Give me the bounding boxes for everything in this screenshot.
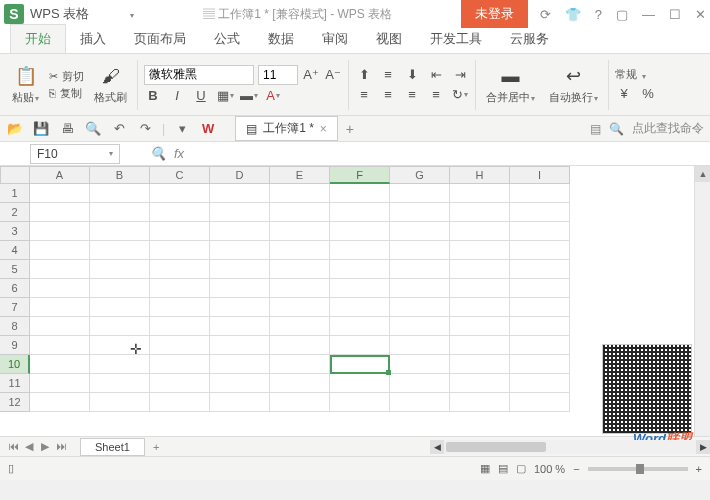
row-header-6[interactable]: 6 xyxy=(0,279,30,298)
redo-icon[interactable]: ↷ xyxy=(136,120,154,138)
tab-review[interactable]: 审阅 xyxy=(308,25,362,53)
cell-E2[interactable] xyxy=(270,203,330,222)
paste-button[interactable]: 📋 粘贴 xyxy=(8,62,43,107)
cell-C9[interactable] xyxy=(150,336,210,355)
col-header-C[interactable]: C xyxy=(150,166,210,184)
sheet-last-icon[interactable]: ⏭ xyxy=(54,440,68,453)
decrease-font-icon[interactable]: A⁻ xyxy=(324,66,342,84)
cell-D6[interactable] xyxy=(210,279,270,298)
cell-A1[interactable] xyxy=(30,184,90,203)
tab-start[interactable]: 开始 xyxy=(10,24,66,53)
cell-B2[interactable] xyxy=(90,203,150,222)
cell-C7[interactable] xyxy=(150,298,210,317)
cell-E12[interactable] xyxy=(270,393,330,412)
cell-G9[interactable] xyxy=(390,336,450,355)
number-format-select[interactable]: 常规 xyxy=(615,67,637,82)
cell-G4[interactable] xyxy=(390,241,450,260)
cell-F10[interactable] xyxy=(330,355,390,374)
cell-G12[interactable] xyxy=(390,393,450,412)
select-all-corner[interactable] xyxy=(0,166,30,184)
cell-D10[interactable] xyxy=(210,355,270,374)
cell-E1[interactable] xyxy=(270,184,330,203)
cell-B9[interactable] xyxy=(90,336,150,355)
cell-G7[interactable] xyxy=(390,298,450,317)
col-header-G[interactable]: G xyxy=(390,166,450,184)
row-header-8[interactable]: 8 xyxy=(0,317,30,336)
cell-I2[interactable] xyxy=(510,203,570,222)
col-header-E[interactable]: E xyxy=(270,166,330,184)
cell-E8[interactable] xyxy=(270,317,330,336)
cell-D1[interactable] xyxy=(210,184,270,203)
wps-logo-icon[interactable]: W xyxy=(199,120,217,138)
cell-C5[interactable] xyxy=(150,260,210,279)
undo-icon[interactable]: ↶ xyxy=(110,120,128,138)
cell-G11[interactable] xyxy=(390,374,450,393)
cell-A5[interactable] xyxy=(30,260,90,279)
cell-B7[interactable] xyxy=(90,298,150,317)
cell-F7[interactable] xyxy=(330,298,390,317)
bold-button[interactable]: B xyxy=(144,87,162,105)
sheet-next-icon[interactable]: ▶ xyxy=(38,440,52,453)
row-header-7[interactable]: 7 xyxy=(0,298,30,317)
cell-A10[interactable] xyxy=(30,355,90,374)
cell-I12[interactable] xyxy=(510,393,570,412)
tab-data[interactable]: 数据 xyxy=(254,25,308,53)
cell-F3[interactable] xyxy=(330,222,390,241)
cell-B5[interactable] xyxy=(90,260,150,279)
cell-I4[interactable] xyxy=(510,241,570,260)
cells-area[interactable] xyxy=(30,184,570,412)
justify-icon[interactable]: ≡ xyxy=(427,86,445,104)
col-header-D[interactable]: D xyxy=(210,166,270,184)
cell-H8[interactable] xyxy=(450,317,510,336)
print-icon[interactable]: 🖶 xyxy=(58,120,76,138)
cell-C6[interactable] xyxy=(150,279,210,298)
horizontal-scrollbar[interactable]: ◀ ▶ xyxy=(430,440,710,454)
cell-G1[interactable] xyxy=(390,184,450,203)
login-button[interactable]: 未登录 xyxy=(461,0,528,28)
row-header-12[interactable]: 12 xyxy=(0,393,30,412)
cell-H6[interactable] xyxy=(450,279,510,298)
cell-A9[interactable] xyxy=(30,336,90,355)
row-header-3[interactable]: 3 xyxy=(0,222,30,241)
tab-dev[interactable]: 开发工具 xyxy=(416,25,496,53)
cell-G10[interactable] xyxy=(390,355,450,374)
zoom-in-button[interactable]: + xyxy=(696,463,702,475)
scroll-right-icon[interactable]: ▶ xyxy=(696,440,710,454)
cell-F1[interactable] xyxy=(330,184,390,203)
tab-cloud[interactable]: 云服务 xyxy=(496,25,563,53)
indent-inc-icon[interactable]: ⇥ xyxy=(451,66,469,84)
cell-A12[interactable] xyxy=(30,393,90,412)
save-icon[interactable]: 💾 xyxy=(32,120,50,138)
underline-button[interactable]: U xyxy=(192,87,210,105)
cell-D11[interactable] xyxy=(210,374,270,393)
cell-H2[interactable] xyxy=(450,203,510,222)
row-header-11[interactable]: 11 xyxy=(0,374,30,393)
format-painter-button[interactable]: 🖌 格式刷 xyxy=(90,62,131,107)
cell-B10[interactable] xyxy=(90,355,150,374)
align-center-icon[interactable]: ≡ xyxy=(379,86,397,104)
scroll-left-icon[interactable]: ◀ xyxy=(430,440,444,454)
search-icon[interactable]: 🔍 xyxy=(609,122,624,136)
cell-C10[interactable] xyxy=(150,355,210,374)
cell-F9[interactable] xyxy=(330,336,390,355)
cut-button[interactable]: ✂剪切 xyxy=(49,69,84,84)
fx-label[interactable]: fx xyxy=(174,146,184,161)
currency-icon[interactable]: ¥ xyxy=(615,84,633,102)
cell-F6[interactable] xyxy=(330,279,390,298)
col-header-A[interactable]: A xyxy=(30,166,90,184)
cell-C4[interactable] xyxy=(150,241,210,260)
font-color-button[interactable]: A xyxy=(264,87,282,105)
cell-D8[interactable] xyxy=(210,317,270,336)
zoom-thumb[interactable] xyxy=(636,464,644,474)
font-size-select[interactable] xyxy=(258,65,298,85)
cell-E10[interactable] xyxy=(270,355,330,374)
doc-tab-close-icon[interactable]: × xyxy=(320,122,327,136)
sync-icon[interactable]: ⟳ xyxy=(540,7,551,22)
cell-H3[interactable] xyxy=(450,222,510,241)
align-bottom-icon[interactable]: ⬇ xyxy=(403,66,421,84)
tab-formula[interactable]: 公式 xyxy=(200,25,254,53)
cell-E7[interactable] xyxy=(270,298,330,317)
align-top-icon[interactable]: ⬆ xyxy=(355,66,373,84)
skin-icon[interactable]: 👕 xyxy=(565,7,581,22)
row-header-1[interactable]: 1 xyxy=(0,184,30,203)
